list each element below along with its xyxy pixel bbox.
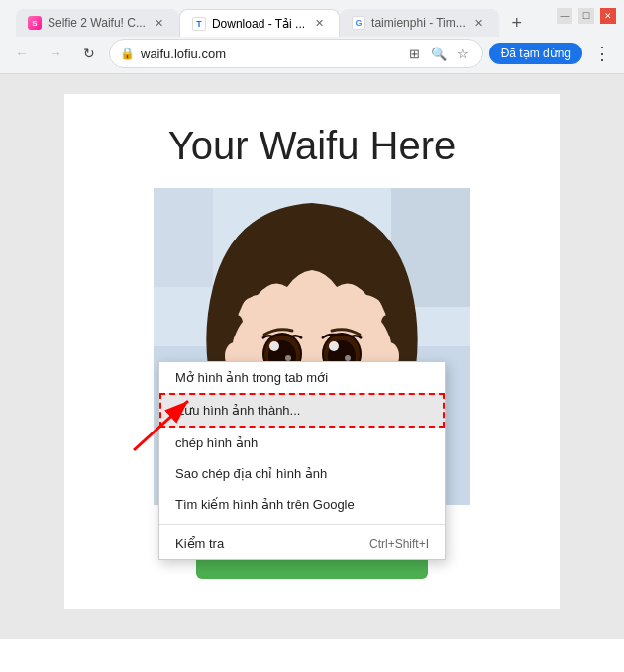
tabs-row: S Selfie 2 Waifu! C... ✕ T Download - Tả… xyxy=(8,3,616,37)
context-menu-copy-address-label: Sao chép địa chỉ hình ảnh xyxy=(175,466,327,481)
translate-icon[interactable]: ⊞ xyxy=(405,44,425,63)
forward-button[interactable]: → xyxy=(42,40,69,67)
minimize-button[interactable]: — xyxy=(557,8,572,24)
tab-selfie[interactable]: S Selfie 2 Waifu! C... ✕ xyxy=(16,9,179,37)
browser-chrome: S Selfie 2 Waifu! C... ✕ T Download - Tả… xyxy=(0,0,624,74)
tab-download-favicon: T xyxy=(192,17,206,31)
tab-selfie-close[interactable]: ✕ xyxy=(152,15,167,31)
tab-google-label: taimienphi - Tim... xyxy=(371,16,466,30)
pause-button[interactable]: Đã tạm dừng xyxy=(489,43,582,64)
context-menu-inspect-label: Kiểm tra xyxy=(175,536,224,551)
tab-download-close[interactable]: ✕ xyxy=(311,16,327,32)
window-controls: — ☐ ✕ xyxy=(557,8,616,24)
title-bar: S Selfie 2 Waifu! C... ✕ T Download - Tả… xyxy=(0,0,624,34)
bookmark-icon[interactable]: ☆ xyxy=(453,44,472,63)
tab-download[interactable]: T Download - Tải ... ✕ xyxy=(179,9,340,37)
tab-google-favicon: G xyxy=(352,16,365,30)
close-button[interactable]: ✕ xyxy=(600,8,616,24)
context-menu-copy-image[interactable]: chép hình ảnh xyxy=(159,428,445,458)
context-menu-open-tab[interactable]: Mở hình ảnh trong tab mới xyxy=(159,362,445,393)
maximize-button[interactable]: ☐ xyxy=(578,8,594,24)
page-title: Your Waifu Here xyxy=(168,124,457,168)
tab-google-close[interactable]: ✕ xyxy=(471,15,487,31)
svg-rect-3 xyxy=(154,188,213,287)
back-button[interactable]: ← xyxy=(8,40,36,67)
tab-download-label: Download - Tải ... xyxy=(212,17,305,31)
reload-button[interactable]: ↻ xyxy=(75,40,103,67)
url-text: waifu.lofiu.com xyxy=(141,47,399,61)
url-bar[interactable]: 🔒 waifu.lofiu.com ⊞ 🔍 ☆ xyxy=(109,39,483,68)
tab-selfie-favicon: S xyxy=(28,16,42,30)
address-bar: ← → ↻ 🔒 waifu.lofiu.com ⊞ 🔍 ☆ Đã tạm dừn… xyxy=(0,34,624,73)
context-menu-inspect[interactable]: Kiểm tra Ctrl+Shift+I xyxy=(159,528,445,559)
svg-point-12 xyxy=(269,341,279,351)
context-menu-search-google-label: Tìm kiếm hình ảnh trên Google xyxy=(175,497,355,512)
page-inner: Your Waifu Here xyxy=(64,94,560,609)
context-menu-open-tab-label: Mở hình ảnh trong tab mới xyxy=(175,370,328,385)
svg-point-17 xyxy=(329,341,339,351)
tab-selfie-label: Selfie 2 Waifu! C... xyxy=(48,16,146,30)
new-tab-button[interactable]: + xyxy=(503,9,531,37)
lock-icon: 🔒 xyxy=(120,47,135,60)
search-icon[interactable]: 🔍 xyxy=(429,44,449,63)
context-menu-inspect-shortcut: Ctrl+Shift+I xyxy=(369,537,429,551)
chrome-menu-button[interactable]: ⋮ xyxy=(588,40,616,67)
tab-google[interactable]: G taimienphi - Tim... ✕ xyxy=(340,9,499,37)
page-content: Your Waifu Here xyxy=(0,74,624,639)
context-menu: Mở hình ảnh trong tab mới Lưu hình ảnh t… xyxy=(158,361,446,560)
context-menu-copy-image-label: chép hình ảnh xyxy=(175,435,258,450)
context-menu-copy-address[interactable]: Sao chép địa chỉ hình ảnh xyxy=(159,458,445,489)
context-menu-save-image[interactable]: Lưu hình ảnh thành... xyxy=(159,393,445,428)
context-menu-search-google[interactable]: Tìm kiếm hình ảnh trên Google xyxy=(159,489,445,520)
context-menu-save-image-label: Lưu hình ảnh thành... xyxy=(177,403,300,418)
url-icons: ⊞ 🔍 ☆ xyxy=(405,44,472,63)
context-menu-divider xyxy=(159,524,445,525)
